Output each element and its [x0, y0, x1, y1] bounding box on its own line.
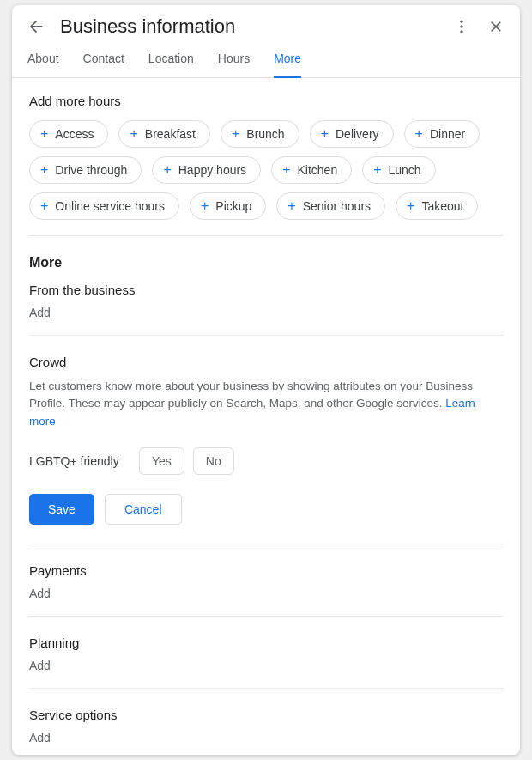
hours-chip-label: Dinner — [430, 127, 465, 141]
more-vert-icon — [453, 18, 470, 35]
close-icon — [487, 18, 505, 35]
hours-chip[interactable]: +Delivery — [310, 120, 394, 148]
plus-icon: + — [282, 163, 290, 177]
plus-icon: + — [407, 199, 414, 213]
divider — [29, 616, 503, 617]
hours-chip-label: Takeout — [421, 199, 463, 213]
planning-title: Planning — [29, 635, 503, 650]
plus-icon: + — [232, 127, 239, 141]
hours-chip[interactable]: +Drive through — [29, 156, 142, 184]
hours-chip[interactable]: +Lunch — [362, 156, 436, 184]
lgbtq-row: LGBTQ+ friendly Yes No — [29, 447, 503, 475]
hours-chip-label: Brunch — [246, 127, 284, 141]
svg-point-0 — [460, 21, 462, 23]
hours-chip[interactable]: +Access — [29, 120, 108, 148]
service-options-add[interactable]: Add — [29, 731, 503, 745]
hours-chip-label: Lunch — [389, 163, 421, 177]
payments-title: Payments — [29, 563, 503, 578]
hours-chip[interactable]: +Brunch — [221, 120, 299, 148]
service-options-title: Service options — [29, 708, 503, 722]
tab-bar: About Contact Location Hours More — [12, 43, 520, 78]
hours-chip-label: Happy hours — [178, 163, 246, 177]
hours-chip[interactable]: +Happy hours — [152, 156, 261, 184]
hours-chip[interactable]: +Takeout — [396, 192, 478, 220]
crowd-description: Let customers know more about your busin… — [29, 378, 503, 430]
plus-icon: + — [40, 163, 48, 177]
svg-point-1 — [460, 25, 462, 27]
plus-icon: + — [40, 127, 48, 141]
tab-contact[interactable]: Contact — [83, 52, 124, 77]
lgbtq-yes-button[interactable]: Yes — [139, 447, 184, 475]
close-button[interactable] — [486, 16, 506, 37]
divider — [29, 335, 503, 336]
save-button[interactable]: Save — [29, 494, 94, 525]
hours-chip[interactable]: +Senior hours — [276, 192, 385, 220]
more-section-title: More — [29, 255, 503, 271]
plus-icon: + — [201, 199, 209, 213]
business-info-panel: Business information About Contact Locat… — [12, 5, 520, 755]
plus-icon: + — [415, 127, 423, 141]
hours-chip-label: Pickup — [215, 199, 251, 213]
lgbtq-label: LGBTQ+ friendly — [29, 454, 124, 468]
tab-hours[interactable]: Hours — [218, 52, 250, 77]
panel-header: Business information — [12, 5, 520, 43]
planning-add[interactable]: Add — [29, 659, 503, 672]
crowd-actions: Save Cancel — [29, 494, 503, 525]
plus-icon: + — [163, 163, 171, 177]
hours-chip-group: +Access+Breakfast+Brunch+Delivery+Dinner… — [29, 120, 503, 220]
plus-icon: + — [40, 199, 48, 213]
hours-chip[interactable]: +Online service hours — [29, 192, 179, 220]
crowd-title: Crowd — [29, 355, 503, 369]
plus-icon: + — [321, 127, 329, 141]
add-more-hours-title: Add more hours — [29, 94, 503, 108]
plus-icon: + — [287, 199, 295, 213]
divider — [29, 544, 503, 544]
hours-chip-label: Delivery — [336, 127, 379, 141]
divider — [29, 688, 503, 689]
tab-about[interactable]: About — [27, 52, 59, 77]
from-business-add[interactable]: Add — [29, 306, 503, 319]
cancel-button[interactable]: Cancel — [105, 494, 182, 525]
hours-chip-label: Drive through — [55, 163, 127, 177]
divider — [29, 235, 503, 236]
overflow-menu-button[interactable] — [451, 16, 472, 37]
panel-body[interactable]: Add more hours +Access+Breakfast+Brunch+… — [12, 78, 520, 755]
lgbtq-no-button[interactable]: No — [193, 447, 234, 475]
plus-icon: + — [373, 163, 381, 177]
hours-chip-label: Kitchen — [297, 163, 337, 177]
payments-add[interactable]: Add — [29, 587, 503, 600]
svg-point-2 — [460, 30, 462, 33]
hours-chip[interactable]: +Kitchen — [271, 156, 352, 184]
yes-no-group: Yes No — [139, 447, 234, 475]
hours-chip[interactable]: +Breakfast — [118, 120, 209, 148]
panel-title: Business information — [60, 15, 438, 38]
from-business-title: From the business — [29, 283, 503, 297]
hours-chip[interactable]: +Dinner — [404, 120, 481, 148]
hours-chip-label: Breakfast — [145, 127, 196, 141]
hours-chip-label: Senior hours — [303, 199, 371, 213]
plus-icon: + — [130, 127, 137, 141]
hours-chip-label: Access — [55, 127, 94, 141]
hours-chip-label: Online service hours — [55, 199, 165, 213]
tab-location[interactable]: Location — [148, 52, 194, 77]
back-button[interactable] — [26, 16, 46, 37]
tab-more[interactable]: More — [274, 52, 301, 78]
hours-chip[interactable]: +Pickup — [190, 192, 266, 220]
crowd-desc-text: Let customers know more about your busin… — [29, 380, 473, 410]
arrow-back-icon — [27, 17, 45, 36]
